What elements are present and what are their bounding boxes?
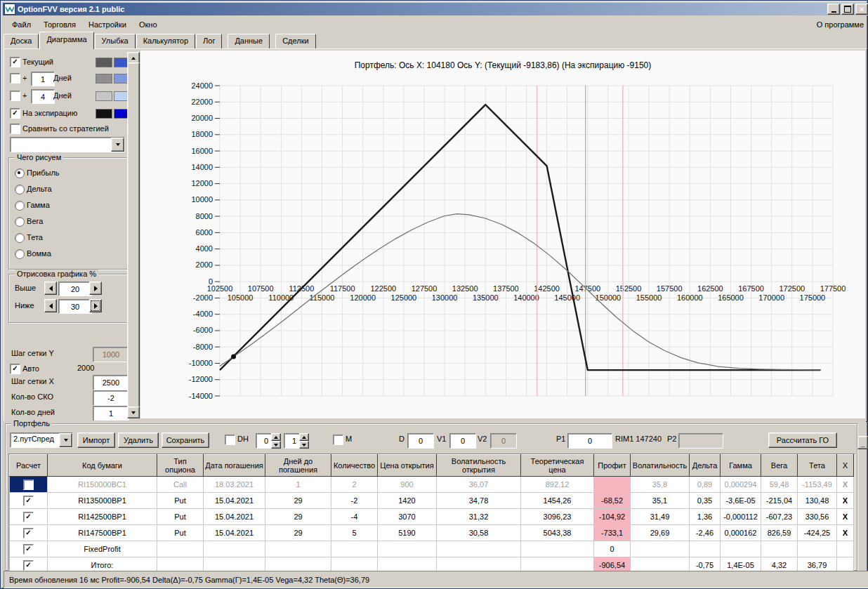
auto-value: 2000 bbox=[77, 363, 94, 373]
collapse-panel-button[interactable]: _ bbox=[857, 436, 868, 449]
radio-theta[interactable] bbox=[15, 233, 25, 243]
expiration-checkbox[interactable]: ✓ bbox=[10, 108, 20, 119]
column-header[interactable]: Теоретическая цена bbox=[521, 455, 594, 477]
above-decrease-button[interactable] bbox=[44, 282, 57, 295]
scrollbar-thumb[interactable] bbox=[127, 62, 140, 408]
radio-delta[interactable] bbox=[15, 185, 25, 194]
plus-days-2-swatch-1[interactable] bbox=[96, 91, 112, 101]
column-header[interactable]: Дельта bbox=[690, 455, 721, 477]
portfolio-section: Портфель 2.путСпред Импорт Удалить Сохра… bbox=[4, 421, 866, 571]
column-header[interactable]: X bbox=[837, 455, 854, 477]
v2-label: V2 bbox=[478, 435, 487, 443]
grid-step-y-row: Шаг сетки Y bbox=[6, 348, 139, 361]
menu-item-trading[interactable]: Торговля bbox=[37, 19, 82, 30]
delete-button[interactable]: Удалить bbox=[118, 432, 159, 448]
m-checkbox[interactable] bbox=[333, 435, 343, 445]
radio-profit[interactable] bbox=[15, 168, 25, 178]
spin2-up-button[interactable] bbox=[299, 433, 309, 441]
close-button[interactable]: × bbox=[855, 4, 868, 15]
tab-item-0[interactable]: Доска bbox=[4, 34, 39, 48]
spin2-down-button[interactable] bbox=[299, 441, 309, 449]
tab-item-1[interactable]: Диаграмма bbox=[39, 32, 93, 49]
compare-strategy-checkbox[interactable] bbox=[10, 124, 20, 134]
column-header[interactable]: Гамма bbox=[721, 455, 761, 477]
portfolio-combobox[interactable]: 2.путСпред bbox=[10, 432, 73, 448]
column-header[interactable]: Дата погашения bbox=[204, 455, 265, 477]
spin1-down-button[interactable] bbox=[271, 441, 281, 449]
row-calc-checkbox[interactable]: ✓ bbox=[23, 512, 34, 522]
grid-step-y-input bbox=[93, 347, 129, 362]
titlebar[interactable]: OptionFVV версия 2.1 public × bbox=[3, 3, 868, 15]
row-delete-button[interactable]: X bbox=[843, 496, 848, 505]
tab-item-5[interactable]: Данные bbox=[228, 34, 270, 48]
column-header[interactable]: Волатильность bbox=[631, 455, 690, 477]
menu-item-file[interactable]: Файл bbox=[6, 19, 37, 30]
column-header[interactable]: Цена открытия bbox=[378, 455, 437, 477]
column-header[interactable]: Профит bbox=[594, 455, 631, 477]
current-checkbox[interactable]: ✓ bbox=[10, 57, 20, 67]
days-count-input[interactable] bbox=[93, 406, 129, 421]
tab-item-2[interactable]: Улыбка bbox=[95, 34, 136, 48]
menu-item-settings[interactable]: Настройки bbox=[82, 19, 133, 30]
radio-vomma[interactable] bbox=[15, 249, 25, 259]
calculate-go-button[interactable]: Рассчитать ГО bbox=[768, 432, 837, 448]
column-header[interactable]: Волатильность открытия bbox=[437, 455, 521, 477]
above-increase-button[interactable] bbox=[89, 282, 102, 295]
minimize-button[interactable] bbox=[827, 4, 840, 15]
arrow-right-icon bbox=[94, 303, 98, 309]
tab-item-4[interactable]: Лог bbox=[196, 34, 222, 48]
tab-item-3[interactable]: Калькулятор bbox=[136, 34, 195, 48]
import-button[interactable]: Импорт bbox=[77, 432, 115, 448]
column-header[interactable]: Тета bbox=[798, 455, 837, 477]
maximize-button[interactable] bbox=[841, 4, 854, 15]
scroll-down-button[interactable] bbox=[127, 406, 140, 418]
table-cell: -1153,49 bbox=[798, 477, 837, 493]
strategy-combobox[interactable] bbox=[10, 137, 125, 152]
plus-days-2-input[interactable] bbox=[31, 89, 55, 104]
row-calc-checkbox[interactable] bbox=[23, 479, 34, 490]
row-calc-checkbox[interactable]: ✓ bbox=[23, 560, 34, 571]
row-calc-checkbox[interactable]: ✓ bbox=[23, 496, 34, 506]
sko-count-input[interactable] bbox=[93, 390, 129, 406]
row-delete-button[interactable]: X bbox=[843, 480, 848, 489]
dh-checkbox[interactable] bbox=[225, 435, 235, 445]
row-calc-checkbox[interactable]: ✓ bbox=[23, 528, 34, 538]
x-axis-label: 120000 bbox=[350, 293, 376, 302]
below-percent-input[interactable] bbox=[58, 299, 92, 314]
portfolio-combo-dropdown-button[interactable] bbox=[59, 433, 72, 447]
expiration-swatch-1[interactable] bbox=[96, 109, 112, 119]
p1-input[interactable] bbox=[567, 433, 612, 449]
sidebar-scrollbar[interactable] bbox=[127, 52, 138, 417]
column-header[interactable]: Дней до погашения bbox=[265, 455, 331, 477]
plus-days-2-checkbox[interactable] bbox=[10, 91, 20, 101]
x-axis-label: 172500 bbox=[779, 284, 805, 293]
v1-input[interactable] bbox=[449, 433, 476, 449]
radio-vega[interactable] bbox=[15, 217, 25, 227]
y-axis-label: 14000 bbox=[191, 163, 213, 171]
row-delete-button[interactable]: X bbox=[843, 529, 848, 537]
menu-item-window[interactable]: Окно bbox=[133, 19, 164, 30]
d-input[interactable] bbox=[407, 433, 434, 449]
plus-days-1-swatch-1[interactable] bbox=[96, 74, 112, 84]
spin1-up-button[interactable] bbox=[271, 433, 281, 441]
below-increase-button[interactable] bbox=[89, 299, 102, 312]
column-header[interactable]: Вега bbox=[761, 455, 798, 477]
auto-checkbox[interactable]: ✓ bbox=[10, 364, 20, 374]
save-button[interactable]: Сохранить bbox=[162, 432, 209, 448]
plus-days-1-input[interactable] bbox=[31, 72, 55, 86]
above-percent-input[interactable] bbox=[58, 282, 92, 296]
column-header[interactable]: Код бумаги bbox=[48, 455, 157, 477]
menu-item-about[interactable]: О программе bbox=[811, 19, 868, 30]
current-color-swatch-1[interactable] bbox=[96, 58, 112, 67]
strategy-combo-dropdown-button[interactable] bbox=[111, 138, 124, 152]
below-decrease-button[interactable] bbox=[44, 299, 57, 312]
radio-gamma[interactable] bbox=[15, 201, 25, 211]
row-delete-button[interactable]: X bbox=[843, 512, 848, 521]
column-header[interactable]: Тип опциона bbox=[157, 455, 204, 477]
plus-days-1-checkbox[interactable] bbox=[10, 73, 20, 84]
column-header[interactable]: Расчет bbox=[10, 455, 48, 477]
tab-item-6[interactable]: Сделки bbox=[275, 34, 316, 48]
grid-step-x-input[interactable] bbox=[93, 375, 129, 390]
row-calc-checkbox[interactable]: ✓ bbox=[23, 544, 34, 555]
column-header[interactable]: Количество bbox=[331, 455, 378, 477]
